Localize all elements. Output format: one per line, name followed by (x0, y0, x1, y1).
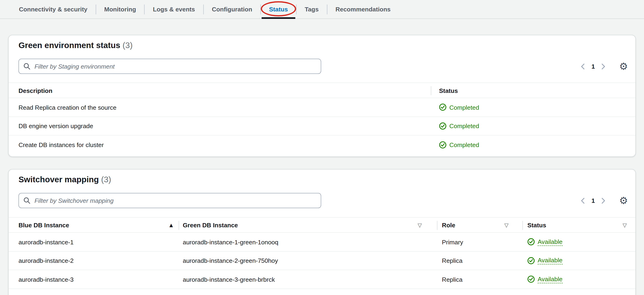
column-label: Blue DB Instance (18, 222, 69, 229)
filter-dropdown-icon[interactable]: ▽ (418, 222, 422, 228)
tab-label: Logs & events (153, 6, 195, 13)
column-header-description: Description (18, 83, 52, 98)
table-row: DB engine version upgrade Completed (9, 117, 635, 135)
settings-gear-icon[interactable]: ⚙ (619, 61, 628, 71)
description-cell: DB engine version upgrade (18, 117, 93, 135)
tab-label: Monitoring (104, 6, 136, 13)
tab-logs-events[interactable]: Logs & events (144, 0, 203, 18)
tab-configuration[interactable]: Configuration (204, 0, 260, 18)
next-page-button[interactable] (597, 60, 610, 73)
column-label: Role (442, 222, 455, 229)
chevron-right-icon (600, 197, 606, 204)
status-cell: Available (527, 270, 562, 288)
check-circle-icon (439, 122, 446, 130)
status-text: Completed (449, 141, 479, 148)
column-divider (431, 86, 431, 95)
blue-db-instance-cell: auroradb-instance-2 (18, 251, 74, 270)
column-divider (437, 221, 437, 230)
panel-title: Switchover mapping (3) (18, 174, 111, 185)
switchover-mapping-panel: Switchover mapping (3) 1 ⚙ (8, 169, 636, 295)
search-icon (23, 197, 30, 204)
tab-status[interactable]: Status (261, 0, 296, 18)
column-header-status: Status (439, 83, 458, 98)
switchover-filter (18, 193, 321, 208)
green-db-instance-cell: auroradb-instance-3-green-brbrck (183, 270, 275, 288)
next-page-button[interactable] (597, 194, 610, 207)
table-row: auroradb-instance-2 auroradb-instance-2-… (9, 251, 635, 270)
table-row: Create DB instances for cluster Complete… (9, 135, 635, 154)
column-divider (179, 221, 179, 230)
description-cell: Read Replica creation of the source (18, 98, 116, 116)
green-filter (18, 59, 321, 74)
switchover-table-body: auroradb-instance-1 auroradb-instance-1-… (9, 233, 635, 289)
switchover-filter-input[interactable] (18, 193, 321, 208)
column-label: Green DB Instance (183, 222, 238, 229)
tab-label: Configuration (212, 6, 252, 13)
sort-ascending-icon[interactable]: ▲ (170, 222, 173, 228)
previous-page-button[interactable] (577, 60, 590, 73)
check-circle-icon (527, 238, 535, 246)
status-cell: Completed (439, 135, 479, 154)
role-cell: Replica (442, 251, 462, 270)
chevron-left-icon (580, 63, 586, 69)
status-cell: Completed (439, 117, 479, 135)
filter-dropdown-icon[interactable]: ▽ (504, 222, 508, 228)
panel-counter: (3) (101, 175, 111, 184)
blue-db-instance-cell: auroradb-instance-1 (18, 233, 74, 251)
chevron-left-icon (580, 197, 586, 204)
search-icon (23, 63, 30, 70)
tab-connectivity-security[interactable]: Connectivity & security (11, 0, 96, 18)
tab-recommendations[interactable]: Recommendations (327, 0, 399, 18)
status-cell: Completed (439, 98, 479, 116)
role-cell: Primary (442, 233, 463, 251)
green-filter-input[interactable] (18, 59, 321, 74)
check-circle-icon (439, 104, 446, 111)
blue-db-instance-cell: auroradb-instance-3 (18, 270, 74, 288)
chevron-right-icon (600, 63, 606, 69)
column-label: Status (527, 222, 546, 229)
current-page: 1 (592, 197, 595, 204)
green-db-instance-cell: auroradb-instance-2-green-750hoy (183, 251, 278, 270)
status-available-link[interactable]: Available (538, 276, 562, 283)
table-row: auroradb-instance-1 auroradb-instance-1-… (9, 233, 635, 251)
column-divider (522, 221, 523, 230)
table-row: auroradb-instance-3 auroradb-instance-3-… (9, 270, 635, 289)
panel-title: Green environment status (3) (18, 40, 133, 51)
status-text: Completed (449, 104, 479, 111)
panel-title-text: Switchover mapping (18, 175, 99, 184)
filter-dropdown-icon[interactable]: ▽ (622, 222, 627, 228)
column-header-status[interactable]: Status ▽ (527, 218, 629, 232)
status-available-link[interactable]: Available (538, 257, 562, 265)
check-circle-icon (439, 141, 446, 149)
status-cell: Available (527, 251, 562, 270)
tab-monitoring[interactable]: Monitoring (96, 0, 144, 18)
tab-tags[interactable]: Tags (296, 0, 327, 18)
status-cell: Available (527, 233, 562, 251)
previous-page-button[interactable] (577, 194, 590, 207)
description-cell: Create DB instances for cluster (18, 135, 104, 154)
green-table-controls: 1 ⚙ (577, 59, 628, 74)
green-db-instance-cell: auroradb-instance-1-green-1onooq (183, 233, 278, 251)
check-circle-icon (527, 276, 535, 283)
switchover-table-controls: 1 ⚙ (577, 193, 628, 208)
tab-label: Recommendations (336, 6, 391, 13)
column-header-green-db-instance[interactable]: Green DB Instance ▽ (183, 218, 424, 232)
check-circle-icon (527, 257, 535, 265)
status-available-link[interactable]: Available (538, 238, 562, 246)
switchover-table-header: Blue DB Instance ▲ Green DB Instance ▽ R… (9, 217, 635, 233)
tab-label: Tags (305, 6, 319, 13)
green-table-header: Description Status (9, 83, 635, 98)
rds-status-page: Connectivity & security Monitoring Logs … (0, 0, 644, 295)
panel-title-text: Green environment status (18, 41, 120, 50)
role-cell: Replica (442, 270, 462, 288)
column-header-role[interactable]: Role ▽ (442, 218, 511, 232)
settings-gear-icon[interactable]: ⚙ (619, 196, 628, 205)
current-page: 1 (592, 63, 595, 70)
green-table-body: Read Replica creation of the source Comp… (9, 98, 635, 154)
tab-label: Connectivity & security (19, 6, 87, 13)
detail-tabs: Connectivity & security Monitoring Logs … (0, 0, 644, 19)
active-tab-underline (262, 17, 296, 19)
tab-label: Status (269, 6, 288, 13)
column-header-blue-db-instance[interactable]: Blue DB Instance ▲ (18, 218, 175, 232)
green-environment-status-panel: Green environment status (3) 1 ⚙ (8, 35, 636, 157)
